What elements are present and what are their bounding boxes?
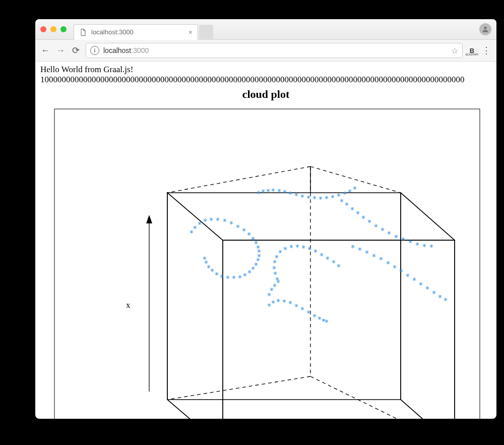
scatter-point: *: [352, 185, 357, 194]
scatter-point: *: [387, 230, 391, 239]
browser-toolbar: ← → ⟳ i localhost:3000 ☆ B ECKSTAFF ⋮: [35, 40, 496, 62]
scatter-point: *: [443, 297, 448, 306]
scatter-point: *: [300, 306, 304, 315]
new-tab-button[interactable]: [199, 25, 213, 39]
page-text-line-1: Hello World from Graal.js!: [40, 65, 491, 75]
window-titlebar: localhost:3000 ×: [35, 19, 496, 40]
scatter-point: *: [331, 259, 336, 268]
scatter-point: *: [278, 249, 282, 258]
scatter-point: *: [214, 271, 219, 280]
scatter-point: *: [408, 239, 412, 248]
extension-button[interactable]: B ECKSTAFF: [468, 46, 476, 55]
scatter-point: *: [289, 244, 293, 253]
scatter-point: *: [242, 272, 247, 281]
scatter-point: *: [347, 188, 352, 197]
scatter-point: *: [306, 194, 310, 203]
scatter-point: *: [288, 300, 292, 309]
scatter-point: *: [282, 189, 287, 198]
scatter-point: *: [355, 210, 360, 219]
reload-button[interactable]: ⟳: [71, 45, 81, 56]
scatter-point: *: [437, 294, 442, 303]
close-tab-button[interactable]: ×: [188, 28, 193, 36]
close-window-button[interactable]: [40, 26, 46, 32]
scatter-point: *: [392, 264, 397, 273]
scatter-point: *: [276, 279, 280, 288]
cloud-plot: x **************************************…: [40, 104, 491, 419]
scatter-point: *: [301, 244, 305, 253]
minimize-window-button[interactable]: [50, 26, 56, 32]
scatter-point: *: [294, 303, 298, 312]
scatter-point: *: [386, 260, 390, 269]
scatter-point: *: [197, 220, 202, 230]
scatter-point: *: [422, 243, 426, 252]
scatter-point: *: [247, 269, 251, 278]
scatter-point: *: [306, 309, 310, 318]
tab-title: localhost:3000: [91, 28, 134, 36]
scatter-point: *: [350, 206, 354, 215]
scatter-point: *: [209, 216, 213, 226]
scatter-point: *: [336, 263, 341, 272]
scatter-point: *: [219, 273, 224, 283]
page-favicon-icon: [79, 28, 87, 36]
scatter-point: *: [339, 198, 344, 207]
scatter-point: *: [367, 218, 371, 228]
bookmark-star-icon[interactable]: ☆: [451, 46, 458, 55]
page-content: Hello World from Graal.js! 1000000000000…: [35, 62, 496, 419]
scatter-point: *: [271, 187, 275, 196]
scatter-point: *: [222, 217, 227, 227]
back-button[interactable]: ←: [40, 45, 50, 56]
page-text-line-2: 1000000000000000000000000000000000000000…: [40, 75, 491, 85]
scatter-point: *: [371, 253, 376, 262]
scatter-point: *: [357, 246, 362, 255]
scatter-point: *: [283, 246, 287, 255]
scatter-point: *: [401, 236, 405, 245]
scatter-point: *: [203, 217, 207, 227]
scatter-point: *: [261, 188, 265, 197]
window-controls: [40, 26, 67, 32]
scatter-point: *: [350, 244, 355, 253]
site-info-icon[interactable]: i: [90, 46, 99, 55]
address-bar[interactable]: i localhost:3000 ☆: [86, 43, 463, 58]
scatter-point: *: [313, 248, 318, 257]
scatter-point: *: [425, 285, 429, 294]
scatter-point: *: [307, 246, 311, 255]
scatter-point: *: [324, 195, 329, 204]
scatter-point: *: [241, 227, 246, 236]
scatter-point: *: [405, 272, 410, 282]
forward-button[interactable]: →: [55, 45, 66, 56]
svg-rect-1: [54, 109, 480, 419]
browser-tab[interactable]: localhost:3000 ×: [74, 24, 198, 40]
scatter-point: *: [266, 188, 270, 197]
scatter-point: *: [399, 268, 403, 277]
scatter-point: *: [429, 243, 433, 252]
scatter-point: *: [330, 194, 335, 203]
scatter-point: *: [312, 195, 317, 204]
svg-point-0: [484, 27, 486, 29]
scatter-point: *: [300, 193, 304, 202]
scatter-point: *: [193, 225, 197, 234]
scatter-point: *: [318, 195, 323, 204]
scatter-point: *: [379, 256, 383, 265]
scatter-point: *: [277, 188, 281, 197]
scatter-point: *: [324, 318, 329, 327]
scatter-point: *: [282, 298, 286, 307]
scatter-point: *: [225, 274, 230, 284]
scatter-point: *: [412, 276, 416, 286]
scatter-point: *: [294, 192, 298, 201]
axis-label-x: x: [126, 300, 131, 310]
scatter-point: *: [215, 216, 220, 226]
scatter-point: *: [344, 201, 349, 210]
browser-menu-button[interactable]: ⋮: [481, 45, 491, 56]
zoom-window-button[interactable]: [60, 26, 67, 32]
browser-window: localhost:3000 × ← → ⟳ i localhost:3000 …: [35, 19, 496, 419]
scatter-point: *: [271, 299, 275, 308]
url-port: :3000: [131, 46, 149, 54]
scatter-point: *: [202, 255, 207, 264]
profile-button[interactable]: [479, 23, 491, 35]
scatter-point: *: [229, 220, 233, 229]
person-icon: [481, 25, 489, 33]
scatter-point: *: [235, 224, 240, 233]
scatter-point: *: [295, 243, 299, 252]
scatter-point: *: [237, 274, 242, 283]
scatter-point: *: [325, 255, 330, 264]
